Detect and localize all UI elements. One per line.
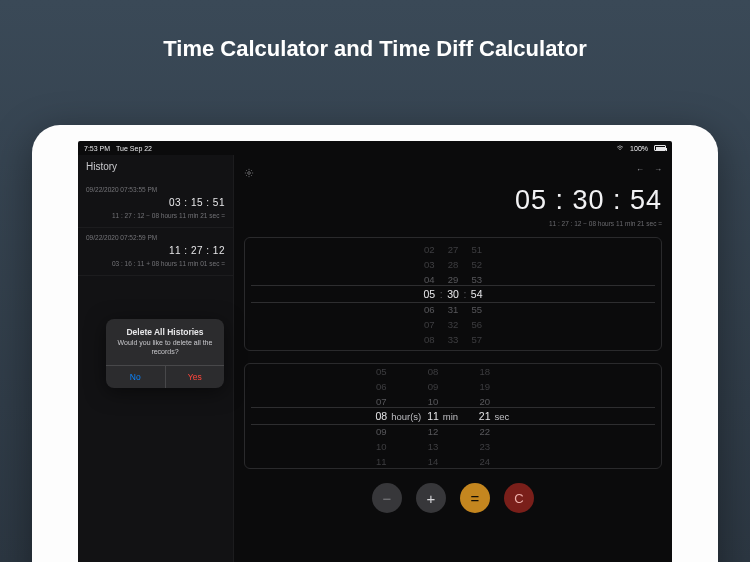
plus-button[interactable]: + xyxy=(416,483,446,513)
picker-row: 09 xyxy=(424,348,435,352)
ipad-frame: 7:53 PM Tue Sep 22 100% History 09/22/20… xyxy=(32,125,718,562)
status-date: Tue Sep 22 xyxy=(116,145,152,152)
wifi-icon xyxy=(616,145,624,151)
picker-row: 18 xyxy=(479,365,490,378)
picker-row: 58 xyxy=(471,348,482,352)
picker-row: 10 xyxy=(376,440,387,453)
picker-column[interactable]: 05060708091011 xyxy=(375,365,387,468)
sidebar-title: History xyxy=(78,155,233,180)
promo-title: Time Calculator and Time Diff Calculator xyxy=(0,36,750,62)
picker-row: 09 xyxy=(428,380,439,393)
nav-back-icon[interactable]: ← xyxy=(636,165,644,174)
picker-separator: : xyxy=(459,288,471,300)
history-timestamp: 09/22/2020 07:53:55 PM xyxy=(86,186,225,193)
svg-line-6 xyxy=(246,170,247,171)
picker-row: 57 xyxy=(471,333,482,346)
history-item[interactable]: 09/22/2020 07:52:59 PM 11 : 27 : 12 03 :… xyxy=(78,228,233,276)
picker-row: 31 xyxy=(448,303,459,316)
svg-point-0 xyxy=(619,149,620,150)
picker-row: 08 xyxy=(428,365,439,378)
picker-row: 08 xyxy=(375,410,387,423)
picker-column[interactable]: 505152535455565758 xyxy=(471,237,483,351)
history-value: 11 : 27 : 12 xyxy=(86,245,225,256)
dialog-message: Would you like to delete all the records… xyxy=(106,339,224,365)
picker-row: 05 xyxy=(376,365,387,378)
svg-point-1 xyxy=(248,172,251,175)
picker-row: 53 xyxy=(471,273,482,286)
dialog-no-button[interactable]: No xyxy=(106,366,166,388)
picker-row: 21 xyxy=(479,410,491,423)
picker-row: 24 xyxy=(479,455,490,468)
picker-row: 28 xyxy=(448,258,459,271)
picker-row: 54 xyxy=(471,288,483,301)
picker-row: 05 xyxy=(423,288,435,301)
history-expression: 11 : 27 : 12 − 08 hours 11 min 21 sec = xyxy=(86,212,225,219)
picker-row: 30 xyxy=(447,288,459,301)
equals-button[interactable]: = xyxy=(460,483,490,513)
picker-row: 07 xyxy=(376,395,387,408)
picker-unit-label: sec xyxy=(491,411,531,422)
picker-row: 07 xyxy=(424,318,435,331)
picker-row: 27 xyxy=(448,243,459,256)
svg-line-8 xyxy=(246,175,247,176)
picker-row: 55 xyxy=(471,303,482,316)
picker-row: 06 xyxy=(376,380,387,393)
dialog-yes-button[interactable]: Yes xyxy=(166,366,225,388)
picker-separator: : xyxy=(435,288,447,300)
picker-row: 06 xyxy=(424,303,435,316)
picker-row: 22 xyxy=(479,425,490,438)
operation-row: − + = C xyxy=(244,483,662,513)
picker-column[interactable]: 262728293031323334 xyxy=(447,237,459,351)
picker-row: 23 xyxy=(479,440,490,453)
picker-row: 10 xyxy=(428,395,439,408)
status-time: 7:53 PM xyxy=(84,145,110,152)
result-display: 05 : 30 : 54 xyxy=(244,185,662,216)
picker-row: 14 xyxy=(428,455,439,468)
picker-row: 32 xyxy=(448,318,459,331)
history-expression: 03 : 16 : 11 + 08 hours 11 min 01 sec = xyxy=(86,260,225,267)
gear-icon[interactable] xyxy=(244,164,254,174)
status-bar: 7:53 PM Tue Sep 22 100% xyxy=(78,141,672,155)
picker-row: 34 xyxy=(448,348,459,352)
picker-row: 56 xyxy=(471,318,482,331)
delete-histories-dialog: Delete All Histories Would you like to d… xyxy=(106,319,224,388)
svg-line-7 xyxy=(251,175,252,176)
svg-line-9 xyxy=(251,170,252,171)
dialog-title: Delete All Histories xyxy=(106,319,224,339)
result-expression: 11 : 27 : 12 − 08 hours 11 min 21 sec = xyxy=(244,220,662,227)
picker-row: 20 xyxy=(479,395,490,408)
picker-column[interactable]: 08091011121314 xyxy=(427,365,439,468)
picker-row: 11 xyxy=(376,455,387,468)
picker-column[interactable]: 010203040506070809 xyxy=(423,237,435,351)
time-picker-2[interactable]: 05060708091011hour(s)08091011121314min18… xyxy=(244,363,662,469)
minus-button[interactable]: − xyxy=(372,483,402,513)
history-value: 03 : 15 : 51 xyxy=(86,197,225,208)
picker-row: 11 xyxy=(427,410,439,423)
picker-column[interactable]: 18192021222324 xyxy=(479,365,491,468)
picker-row: 29 xyxy=(448,273,459,286)
history-item[interactable]: 09/22/2020 07:53:55 PM 03 : 15 : 51 11 :… xyxy=(78,180,233,228)
top-bar: ← → xyxy=(244,161,662,177)
picker-row: 52 xyxy=(471,258,482,271)
picker-row: 02 xyxy=(424,243,435,256)
history-timestamp: 09/22/2020 07:52:59 PM xyxy=(86,234,225,241)
clear-button[interactable]: C xyxy=(504,483,534,513)
picker-row: 03 xyxy=(424,258,435,271)
picker-row: 50 xyxy=(471,237,482,241)
picker-row: 04 xyxy=(424,273,435,286)
picker-row: 33 xyxy=(448,333,459,346)
screen: 7:53 PM Tue Sep 22 100% History 09/22/20… xyxy=(78,141,672,562)
picker-row: 13 xyxy=(428,440,439,453)
picker-row: 51 xyxy=(471,243,482,256)
picker-row: 08 xyxy=(424,333,435,346)
picker-row: 26 xyxy=(448,237,459,241)
picker-row: 01 xyxy=(424,237,435,241)
battery-icon xyxy=(654,145,666,151)
nav-forward-icon[interactable]: → xyxy=(654,165,662,174)
time-picker-1[interactable]: 010203040506070809:262728293031323334:50… xyxy=(244,237,662,351)
picker-row: 19 xyxy=(479,380,490,393)
picker-unit-label: hour(s) xyxy=(387,411,427,422)
picker-row: 12 xyxy=(428,425,439,438)
main-panel: ← → 05 : 30 : 54 11 : 27 : 12 − 08 hours… xyxy=(234,155,672,562)
picker-unit-label: min xyxy=(439,411,479,422)
